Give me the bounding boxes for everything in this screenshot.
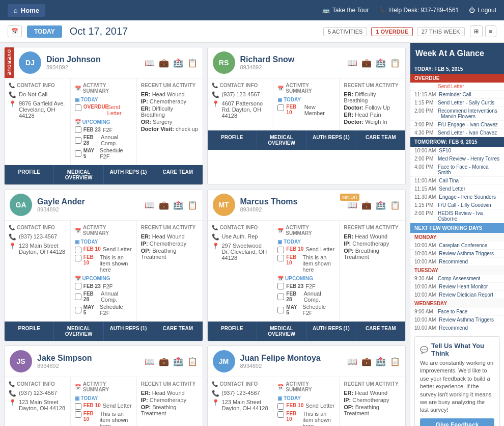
activity-title: 📅 ACTIVITY SUMMARY xyxy=(277,83,335,94)
medical-icon[interactable]: 🏥 xyxy=(376,58,386,68)
grid-view-icon[interactable]: ⊞ xyxy=(470,25,483,37)
footer-btn[interactable]: MEDICAL OVERVIEW xyxy=(54,322,103,341)
upcoming-checkbox[interactable] xyxy=(75,283,81,289)
home-button[interactable]: ⌂ Home xyxy=(8,4,45,17)
map-icon: 📍 xyxy=(9,243,16,250)
contact-address: 📍 9876 Garfield Ave. Cleveland, OH 44128 xyxy=(9,100,66,119)
medical-icon[interactable]: 🏥 xyxy=(173,357,183,366)
upcoming-checkbox[interactable] xyxy=(277,307,284,313)
footer-btn[interactable]: AUTH REPS (1) xyxy=(306,130,356,150)
footer-btn[interactable]: CARE TEAM xyxy=(153,165,202,184)
briefcase-icon[interactable]: 💼 xyxy=(159,58,169,68)
footer-btn[interactable]: CARE TEAM xyxy=(153,322,202,341)
activity-checkbox[interactable] xyxy=(277,247,284,253)
footer-btn[interactable]: MEDICAL OVERVIEW xyxy=(257,322,306,341)
upcoming-checkbox[interactable] xyxy=(75,126,81,133)
patient-card: RS Richard Snow 8934892 📖 💼 🏥 📋 📞 CONTAC… xyxy=(207,47,406,185)
patient-info: Marcus Thoms 8934892 xyxy=(240,197,343,212)
footer-btn[interactable]: AUTH REPS (1) xyxy=(306,322,356,341)
clipboard-icon[interactable]: 📋 xyxy=(390,58,400,68)
book-icon[interactable]: 📖 xyxy=(347,200,357,210)
clipboard-icon[interactable]: 📋 xyxy=(187,58,198,68)
footer-btn[interactable]: PROFILE xyxy=(5,165,54,184)
upcoming-item: FEB 28 Annual Comp. xyxy=(75,134,132,146)
today-button[interactable]: TODAY xyxy=(27,25,62,38)
avatar: DJ xyxy=(19,51,41,74)
book-icon[interactable]: 📖 xyxy=(145,200,155,210)
activity-checkbox[interactable] xyxy=(277,403,284,410)
activity-checkbox[interactable] xyxy=(277,411,284,418)
today-label: ▣ TODAY xyxy=(75,97,132,102)
um-item: ER: Difficulty Breathing xyxy=(141,105,199,118)
activity-checkbox[interactable] xyxy=(75,247,81,253)
activity-checkbox[interactable] xyxy=(277,255,284,261)
footer-btn[interactable]: AUTH REPS (1) xyxy=(104,322,153,341)
contact-icon: 📞 xyxy=(212,381,218,387)
contact-section: 📞 CONTACT INFO 📞 (937) 123-4567 📍 123 Ma… xyxy=(5,377,71,426)
today-label: ▣ TODAY xyxy=(75,239,132,245)
footer-btn[interactable]: PROFILE xyxy=(208,130,257,150)
clipboard-icon[interactable]: 📋 xyxy=(187,200,198,210)
footer-btn[interactable]: PROFILE xyxy=(208,322,257,341)
activity-checkbox[interactable] xyxy=(277,104,284,111)
activity-section: 📅 ACTIVITY SUMMARY ▣ TODAY FEB 10 Send L… xyxy=(273,377,340,426)
activity-checkbox[interactable] xyxy=(75,104,81,111)
contact-section: 📞 CONTACT INFO 📞 Do Not Call 📍 9876 Garf… xyxy=(5,78,71,165)
book-icon[interactable]: 📖 xyxy=(347,357,357,366)
book-icon[interactable]: 📖 xyxy=(347,58,357,68)
upcoming-checkbox[interactable] xyxy=(75,307,81,313)
footer-btn[interactable]: CARE TEAM xyxy=(356,130,405,150)
calendar-icon[interactable]: 📅 xyxy=(8,25,22,37)
um-item: OP: Breathing Treatment xyxy=(141,404,199,416)
activity-checkbox[interactable] xyxy=(75,255,81,261)
patient-info: Dion Johnson 8934892 xyxy=(46,55,139,70)
cal-icon: 📅 xyxy=(277,86,284,91)
medical-icon[interactable]: 🏥 xyxy=(173,58,183,68)
wg-item: 3:00 PMF/U Engage - Ivan Chavez xyxy=(410,121,504,129)
footer-btn[interactable]: CARE TEAM xyxy=(356,322,405,341)
upcoming-checkbox[interactable] xyxy=(277,283,284,289)
overdue-badge[interactable]: 1 OVERDUE xyxy=(371,27,413,36)
card-footer: PROFILEMEDICAL OVERVIEWAUTH REPS (1)CARE… xyxy=(5,321,203,341)
footer-btn[interactable]: AUTH REPS (1) xyxy=(104,165,153,184)
today-label: ▣ TODAY xyxy=(277,239,335,245)
tour-link[interactable]: 🚌 Take the Tour xyxy=(322,7,369,14)
briefcase-icon[interactable]: 💼 xyxy=(159,357,169,366)
activity-checkbox[interactable] xyxy=(75,411,81,418)
book-icon[interactable]: 📖 xyxy=(145,357,155,366)
clipboard-icon[interactable]: 📋 xyxy=(390,200,400,210)
card-icons: 📖 💼 🏥 📋 xyxy=(145,58,198,68)
activities-badge[interactable]: 5 ACTIVITIES xyxy=(323,27,367,36)
um-item: IP: Chemotherapy xyxy=(344,241,401,247)
upcoming-checkbox[interactable] xyxy=(277,294,284,300)
clipboard-icon[interactable]: 📋 xyxy=(187,357,198,366)
um-item: Doctor Visit: check up xyxy=(141,126,199,132)
activity-section: 📅 ACTIVITY SUMMARY ▣ TODAY FEB 10 New Me… xyxy=(273,78,340,130)
upcoming-checkbox[interactable] xyxy=(75,137,81,144)
logout-link[interactable]: ⏻ Logout xyxy=(469,7,496,14)
footer-btn[interactable]: MEDICAL OVERVIEW xyxy=(257,130,306,150)
contact-address: 📍 4607 Pattersono Rd. Dayton, OH 44128 xyxy=(212,100,269,119)
patient-id: 8934892 xyxy=(240,64,343,70)
clipboard-icon[interactable]: 📋 xyxy=(390,357,400,366)
briefcase-icon[interactable]: 💼 xyxy=(361,58,372,68)
minor-badge: MINOR xyxy=(340,194,359,201)
feedback-title: 💬 Tell Us What You Think xyxy=(420,342,494,357)
list-view-icon[interactable]: ≡ xyxy=(485,25,496,37)
briefcase-icon[interactable]: 💼 xyxy=(361,200,372,210)
medical-icon[interactable]: 🏥 xyxy=(376,200,386,210)
feedback-button[interactable]: Give Feedback xyxy=(420,418,494,426)
upcoming-checkbox[interactable] xyxy=(75,294,81,300)
footer-btn[interactable]: MEDICAL OVERVIEW xyxy=(54,165,103,184)
week-badge[interactable]: 27 THIS WEEK xyxy=(417,27,465,36)
medical-icon[interactable]: 🏥 xyxy=(173,200,183,210)
contact-address: 📍 123 Main Street Dayton, OH 44128 xyxy=(9,399,66,411)
briefcase-icon[interactable]: 💼 xyxy=(159,200,169,210)
book-icon[interactable]: 📖 xyxy=(145,58,155,68)
briefcase-icon[interactable]: 💼 xyxy=(361,357,372,366)
activity-checkbox[interactable] xyxy=(75,403,81,410)
helpdesk-link[interactable]: 📞 Help Desk: 937-789-4561 xyxy=(379,7,459,14)
medical-icon[interactable]: 🏥 xyxy=(376,357,386,366)
upcoming-checkbox[interactable] xyxy=(75,150,81,157)
footer-btn[interactable]: PROFILE xyxy=(5,322,54,341)
